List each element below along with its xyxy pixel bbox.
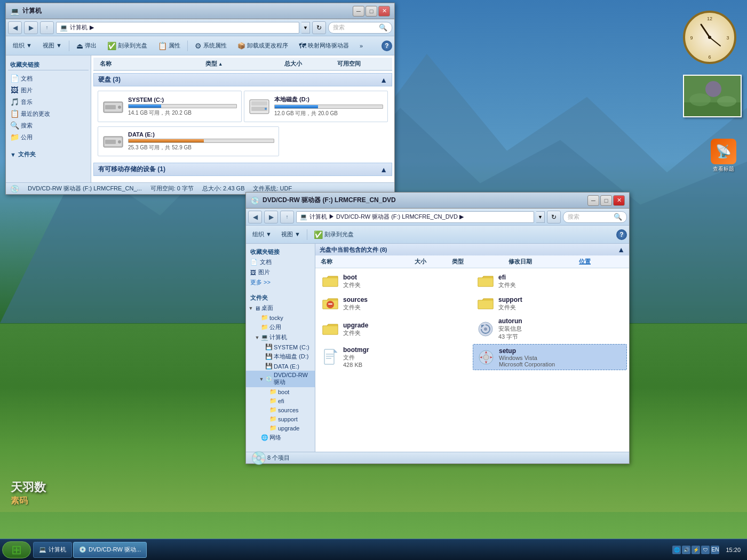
window2-close-button[interactable]: ✕ <box>613 195 625 206</box>
tree-dvd-drive[interactable]: ▼ 💿 DVD/CD-RW 驱动 <box>246 371 315 387</box>
sidebar2-pictures[interactable]: 🖼 图片 <box>246 267 315 277</box>
window2-back-button[interactable]: ◀ <box>248 211 262 223</box>
tree-drive-e[interactable]: 💾 DATA (E:) <box>246 362 315 371</box>
window2-minimize-button[interactable]: ─ <box>587 195 599 206</box>
window1-uninstall-button[interactable]: 📦 卸载或更改程序 <box>233 38 293 53</box>
dvd-drive-item[interactable]: DVD/CD-RW 驱动器 (F:) LRMCFRE_CN_DVD 0 字节 可… <box>93 178 392 182</box>
window1-address-dropdown[interactable]: ▼ <box>301 22 310 34</box>
window1-view-button[interactable]: 视图 ▼ <box>38 38 67 53</box>
taskbar-item-dvd[interactable]: 💿 DVD/CD-RW 驱动... <box>73 542 147 558</box>
rss-widget[interactable]: 📡 查看标题 <box>711 139 736 173</box>
window2-address-dropdown[interactable]: ▼ <box>536 211 545 223</box>
window1-refresh-button[interactable]: ↻ <box>312 21 326 34</box>
tree-support[interactable]: 📁 support <box>246 414 315 423</box>
start-button[interactable]: ⊞ <box>2 541 31 558</box>
music-icon: 🎵 <box>10 98 19 106</box>
window1-maximize-button[interactable]: □ <box>365 6 377 17</box>
file-bootmgr[interactable]: bootmgr 文件 428 KB <box>317 344 472 370</box>
window1-map-drive-button[interactable]: 🗺 映射网络驱动器 <box>294 38 354 53</box>
sidebar-item-pictures[interactable]: 🖼 图片 <box>8 84 89 96</box>
tree-efi[interactable]: 📁 efi <box>246 396 315 405</box>
tray-icon-security[interactable]: 🛡 <box>701 546 710 554</box>
file-upgrade[interactable]: upgrade 文件夹 <box>317 315 472 343</box>
file-sources[interactable]: sources 文件夹 <box>317 293 472 314</box>
window1-folders-header[interactable]: ▼ 文件夹 <box>8 149 89 159</box>
sidebar-item-documents[interactable]: 📄 文档 <box>8 73 89 84</box>
window1-properties-button[interactable]: 📋 属性 <box>153 38 185 53</box>
tree-upgrade[interactable]: 📁 upgrade <box>246 423 315 433</box>
file-setup[interactable]: setup Windows Vista Microsoft Corporatio… <box>473 344 627 370</box>
files-col-location[interactable]: 位置 <box>578 257 625 267</box>
sidebar-item-recent[interactable]: 📋 最近的更改 <box>8 108 89 119</box>
col-free-space[interactable]: 可用空间 <box>335 59 388 69</box>
window1-content-area: 收藏夹链接 📄 文档 🖼 图片 🎵 音乐 📋 <box>6 55 394 182</box>
taskbar-item-computer[interactable]: 💻 计算机 <box>33 542 72 558</box>
window2-view-button[interactable]: 视图 ▼ <box>277 228 305 242</box>
files-col-modified[interactable]: 修改日期 <box>507 257 578 267</box>
tray-icon-language[interactable]: EN <box>711 546 719 554</box>
window1-favorites-section: 收藏夹链接 📄 文档 🖼 图片 🎵 音乐 📋 <box>8 60 89 143</box>
sidebar2-documents[interactable]: 📄 文档 <box>246 257 315 267</box>
tree-drive-c[interactable]: 💾 SYSTEM (C:) <box>246 342 315 351</box>
hard-drives-toggle[interactable]: ▲ <box>380 76 387 84</box>
window1-more-button[interactable]: » <box>355 38 368 53</box>
window1-minimize-button[interactable]: ─ <box>353 6 364 17</box>
tree-network[interactable]: 🌐 网络 <box>246 433 315 443</box>
window1-back-button[interactable]: ◀ <box>8 21 22 34</box>
tree-boot[interactable]: 📁 boot <box>246 387 315 396</box>
window1-eject-button[interactable]: ⏏ 弹出 <box>71 38 101 53</box>
col-name[interactable]: 名称 <box>98 59 203 69</box>
files-col-name[interactable]: 名称 <box>320 257 414 267</box>
sidebar-item-music[interactable]: 🎵 音乐 <box>8 96 89 108</box>
tray-icon-network[interactable]: 🌐 <box>672 546 681 554</box>
files-section-toggle[interactable]: ▲ <box>617 245 625 254</box>
window2-forward-button[interactable]: ▶ <box>264 211 278 223</box>
window1-search-input[interactable]: 搜索 🔍 <box>328 22 392 34</box>
tray-icon-battery[interactable]: ⚡ <box>692 546 700 554</box>
window1-burn-button[interactable]: ✅ 刻录到光盘 <box>102 38 152 53</box>
tree-computer[interactable]: ▼ 💻 计算机 <box>246 332 315 342</box>
window1-organize-button[interactable]: 组织 ▼ <box>8 38 37 53</box>
window2-address-path[interactable]: 💻 计算机 ▶ DVD/CD-RW 驱动器 (F:) LRMCFRE_CN_DV… <box>296 211 534 223</box>
tray-icon-volume[interactable]: 🔊 <box>682 546 690 554</box>
bootmgr-icon <box>322 349 339 366</box>
window2-up-button[interactable]: ↑ <box>280 211 294 223</box>
col-total-size[interactable]: 总大小 <box>282 59 335 69</box>
window1-forward-button[interactable]: ▶ <box>24 21 38 34</box>
taskbar-clock[interactable]: 15:20 <box>721 547 745 553</box>
file-autorun[interactable]: autorun 安装信息 43 字节 <box>473 315 627 343</box>
sidebar-item-public[interactable]: 📁 公用 <box>8 131 89 143</box>
rss-icon[interactable]: 📡 <box>711 139 736 164</box>
drive-e-info: DATA (E:) 25.3 GB 可用，共 52.9 GB <box>128 131 274 151</box>
window2-maximize-button[interactable]: □ <box>600 195 612 206</box>
file-efi[interactable]: efi 文件夹 <box>473 270 627 292</box>
window2-refresh-button[interactable]: ↻ <box>547 211 561 223</box>
window2-burn-button[interactable]: ✅ 刻录到光盘 <box>309 228 358 242</box>
window1-up-button[interactable]: ↑ <box>40 21 54 34</box>
tree-tocky[interactable]: 📁 tocky <box>246 313 315 322</box>
window2-organize-button[interactable]: 组织 ▼ <box>248 228 276 242</box>
window2-folders-section: 文件夹 ▼ 🖥 桌面 📁 tocky 📁 <box>246 292 315 443</box>
window2-search-input[interactable]: 搜索 🔍 <box>563 211 627 223</box>
tree-drive-d[interactable]: 💾 本地磁盘 (D:) <box>246 351 315 362</box>
window1-system-properties-button[interactable]: ⚙ 系统属性 <box>190 38 232 53</box>
window2-help-button[interactable]: ? <box>616 229 627 240</box>
drive-d-item[interactable]: 本地磁盘 (D:) 12.0 GB 可用，共 20.0 GB <box>244 91 388 122</box>
file-support[interactable]: support 文件夹 <box>473 293 627 314</box>
window1-close-button[interactable]: ✕ <box>378 6 390 17</box>
drive-e-item[interactable]: DATA (E:) 25.3 GB 可用，共 52.9 GB <box>98 126 279 156</box>
window1-address-path[interactable]: 💻 计算机 ▶ <box>56 22 299 34</box>
sidebar2-more[interactable]: 更多 >> <box>246 277 315 287</box>
sidebar-item-search[interactable]: 🔍 搜索 <box>8 119 89 131</box>
removable-toggle[interactable]: ▲ <box>380 165 387 174</box>
files-col-type[interactable]: 类型 <box>451 257 507 267</box>
files-col-size[interactable]: 大小 <box>414 257 451 267</box>
file-boot[interactable]: boot 文件夹 <box>317 270 472 292</box>
window1-help-button[interactable]: ? <box>382 41 392 51</box>
tree-sources[interactable]: 📁 sources <box>246 405 315 414</box>
svg-point-13 <box>717 96 736 107</box>
drive-c-item[interactable]: SYSTEM (C:) 14.1 GB 可用，共 20.2 GB <box>98 91 242 122</box>
col-type[interactable]: 类型 ▲ <box>203 59 282 69</box>
tree-desktop[interactable]: ▼ 🖥 桌面 <box>246 303 315 313</box>
tree-public[interactable]: 📁 公用 <box>246 322 315 332</box>
